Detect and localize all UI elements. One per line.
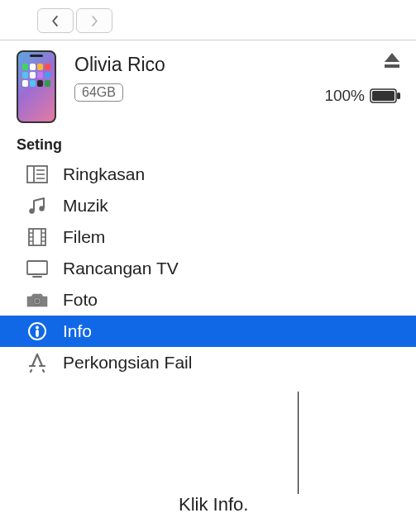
- sidebar-item-movies[interactable]: Filem: [0, 221, 416, 253]
- device-thumbnail: [17, 50, 56, 123]
- sidebar-item-label: Ringkasan: [63, 164, 145, 184]
- sidebar-list: Ringkasan Muzik Filem: [0, 159, 416, 378]
- callout-line: [298, 392, 299, 494]
- svg-point-25: [36, 326, 38, 329]
- forward-button[interactable]: [76, 8, 112, 33]
- svg-point-23: [36, 299, 40, 303]
- svg-rect-26: [36, 330, 39, 337]
- sidebar-item-label: Rancangan TV: [63, 259, 179, 278]
- sidebar-item-label: Muzik: [63, 196, 108, 216]
- battery-percentage: 100%: [324, 87, 365, 105]
- eject-icon: [383, 52, 401, 69]
- sidebar-item-summary[interactable]: Ringkasan: [0, 159, 416, 190]
- sidebar-item-filesharing[interactable]: Perkongsian Fail: [0, 347, 416, 378]
- app-store-icon: [25, 353, 50, 373]
- device-header: Olivia Rico 64GB 100%: [0, 40, 416, 131]
- svg-rect-20: [27, 261, 47, 274]
- camera-icon: [25, 292, 50, 308]
- tv-icon: [25, 259, 50, 278]
- sidebar-item-label: Info: [63, 321, 92, 341]
- sidebar-item-music[interactable]: Muzik: [0, 190, 416, 221]
- back-button[interactable]: [37, 8, 74, 33]
- sidebar-item-info[interactable]: Info: [0, 316, 416, 347]
- sidebar-item-label: Filem: [63, 227, 105, 247]
- device-name: Olivia Rico: [74, 54, 324, 76]
- svg-rect-2: [372, 91, 394, 101]
- svg-rect-3: [397, 93, 400, 99]
- callout-text: Klik Info.: [179, 494, 248, 515]
- film-icon: [25, 227, 50, 247]
- chevron-left-icon: [50, 15, 60, 27]
- toolbar: [0, 0, 416, 40]
- svg-rect-0: [385, 64, 399, 68]
- section-label: Seting: [0, 131, 416, 159]
- svg-point-10: [39, 206, 44, 211]
- eject-button[interactable]: [383, 52, 401, 72]
- info-icon: [25, 321, 50, 341]
- chevron-right-icon: [89, 15, 99, 27]
- sidebar-item-tv[interactable]: Rancangan TV: [0, 253, 416, 284]
- storage-badge: 64GB: [74, 83, 123, 102]
- sidebar-item-label: Foto: [63, 290, 98, 310]
- battery-icon: [370, 88, 401, 103]
- svg-point-9: [29, 208, 34, 213]
- music-icon: [25, 196, 50, 216]
- sidebar-item-photos[interactable]: Foto: [0, 284, 416, 316]
- summary-icon: [25, 165, 50, 183]
- sidebar-item-label: Perkongsian Fail: [63, 353, 192, 373]
- battery-status: 100%: [324, 87, 401, 105]
